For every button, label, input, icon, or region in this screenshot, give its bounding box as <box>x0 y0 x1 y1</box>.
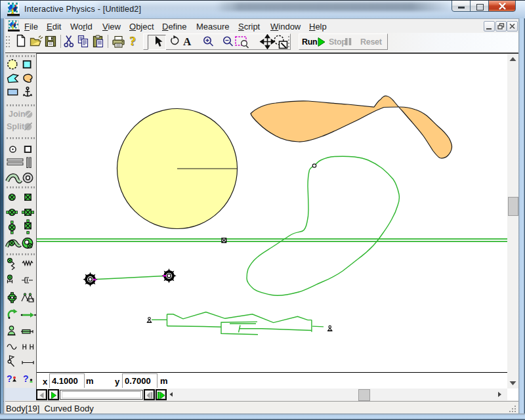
svg-text:?: ? <box>23 373 29 384</box>
svg-text:A: A <box>183 35 192 48</box>
svg-text:?: ? <box>7 373 12 384</box>
svg-text:?: ? <box>129 34 136 48</box>
